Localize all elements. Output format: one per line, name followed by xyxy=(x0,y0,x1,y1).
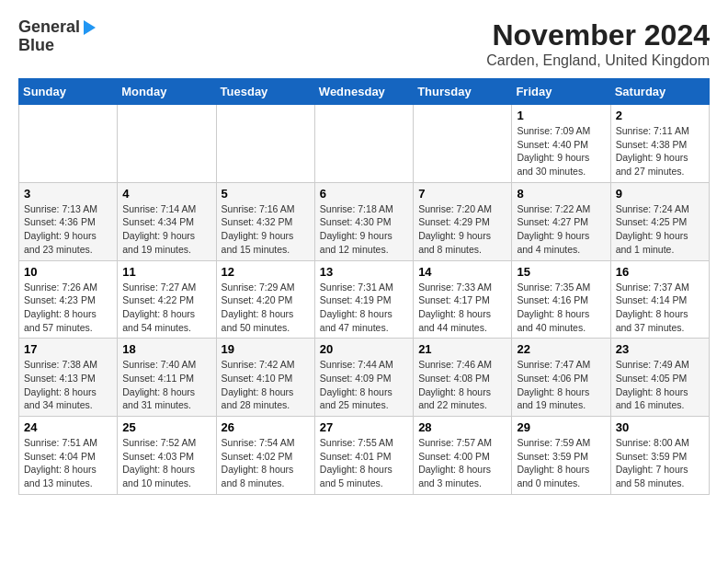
day-number: 20 xyxy=(320,342,408,356)
calendar-week-2: 3Sunrise: 7:13 AM Sunset: 4:36 PM Daylig… xyxy=(19,182,710,260)
calendar-cell: 28Sunrise: 7:57 AM Sunset: 4:00 PM Dayli… xyxy=(414,417,512,495)
weekday-header-wednesday: Wednesday xyxy=(314,79,413,105)
day-number: 21 xyxy=(418,342,506,356)
calendar-cell: 8Sunrise: 7:22 AM Sunset: 4:27 PM Daylig… xyxy=(512,182,610,260)
calendar-table: SundayMondayTuesdayWednesdayThursdayFrid… xyxy=(18,78,710,495)
day-number: 2 xyxy=(616,109,704,122)
day-info: Sunrise: 7:18 AM Sunset: 4:30 PM Dayligh… xyxy=(320,202,408,257)
calendar-cell xyxy=(118,105,216,183)
calendar-cell: 29Sunrise: 7:59 AM Sunset: 3:59 PM Dayli… xyxy=(512,417,610,495)
weekday-header-tuesday: Tuesday xyxy=(216,79,314,105)
day-number: 8 xyxy=(517,187,605,201)
calendar-cell: 12Sunrise: 7:29 AM Sunset: 4:20 PM Dayli… xyxy=(216,260,314,339)
day-info: Sunrise: 7:09 AM Sunset: 4:40 PM Dayligh… xyxy=(517,124,605,178)
calendar-cell: 30Sunrise: 8:00 AM Sunset: 3:59 PM Dayli… xyxy=(610,417,709,495)
day-number: 27 xyxy=(320,420,408,434)
day-number: 5 xyxy=(222,187,310,201)
calendar-cell: 7Sunrise: 7:20 AM Sunset: 4:29 PM Daylig… xyxy=(414,182,512,260)
calendar-cell: 20Sunrise: 7:44 AM Sunset: 4:09 PM Dayli… xyxy=(314,339,413,417)
calendar-cell: 19Sunrise: 7:42 AM Sunset: 4:10 PM Dayli… xyxy=(216,339,314,417)
calendar-cell: 2Sunrise: 7:11 AM Sunset: 4:38 PM Daylig… xyxy=(610,105,709,183)
day-info: Sunrise: 7:40 AM Sunset: 4:11 PM Dayligh… xyxy=(122,358,210,412)
day-number: 17 xyxy=(24,342,112,356)
day-info: Sunrise: 7:24 AM Sunset: 4:25 PM Dayligh… xyxy=(616,202,704,257)
calendar-cell: 6Sunrise: 7:18 AM Sunset: 4:30 PM Daylig… xyxy=(314,182,413,260)
day-number: 30 xyxy=(616,420,704,434)
day-number: 15 xyxy=(517,265,605,279)
day-number: 29 xyxy=(517,420,605,434)
weekday-header-friday: Friday xyxy=(512,79,610,105)
header: General Blue November 2024 Carden, Engla… xyxy=(18,18,710,69)
day-number: 14 xyxy=(418,265,506,279)
day-number: 4 xyxy=(122,187,210,201)
calendar-cell: 16Sunrise: 7:37 AM Sunset: 4:14 PM Dayli… xyxy=(610,260,709,339)
day-number: 12 xyxy=(222,265,310,279)
calendar-cell: 1Sunrise: 7:09 AM Sunset: 4:40 PM Daylig… xyxy=(512,105,610,183)
day-number: 10 xyxy=(24,265,112,279)
calendar-cell: 22Sunrise: 7:47 AM Sunset: 4:06 PM Dayli… xyxy=(512,339,610,417)
day-info: Sunrise: 7:29 AM Sunset: 4:20 PM Dayligh… xyxy=(222,281,310,335)
day-number: 3 xyxy=(24,187,112,201)
day-info: Sunrise: 7:27 AM Sunset: 4:22 PM Dayligh… xyxy=(122,281,210,335)
logo-arrow-icon xyxy=(84,20,96,35)
day-info: Sunrise: 7:57 AM Sunset: 4:00 PM Dayligh… xyxy=(418,436,506,490)
day-number: 24 xyxy=(24,420,112,434)
day-number: 13 xyxy=(320,265,408,279)
title-area: November 2024 Carden, England, United Ki… xyxy=(486,18,710,69)
day-info: Sunrise: 7:54 AM Sunset: 4:02 PM Dayligh… xyxy=(222,436,310,490)
logo-blue: Blue xyxy=(18,37,54,55)
calendar-cell: 15Sunrise: 7:35 AM Sunset: 4:16 PM Dayli… xyxy=(512,260,610,339)
calendar-cell xyxy=(216,105,314,183)
calendar-cell: 17Sunrise: 7:38 AM Sunset: 4:13 PM Dayli… xyxy=(19,339,118,417)
calendar-cell xyxy=(314,105,413,183)
calendar-cell: 3Sunrise: 7:13 AM Sunset: 4:36 PM Daylig… xyxy=(19,182,118,260)
day-number: 1 xyxy=(517,109,605,122)
logo-general: General xyxy=(18,18,80,37)
calendar-cell: 23Sunrise: 7:49 AM Sunset: 4:05 PM Dayli… xyxy=(610,339,709,417)
weekday-header-saturday: Saturday xyxy=(610,79,709,105)
calendar-cell xyxy=(19,105,118,183)
weekday-header-thursday: Thursday xyxy=(414,79,512,105)
day-number: 11 xyxy=(122,265,210,279)
day-info: Sunrise: 7:37 AM Sunset: 4:14 PM Dayligh… xyxy=(616,281,704,335)
calendar-week-3: 10Sunrise: 7:26 AM Sunset: 4:23 PM Dayli… xyxy=(19,260,710,339)
day-info: Sunrise: 7:55 AM Sunset: 4:01 PM Dayligh… xyxy=(320,436,408,490)
weekday-header-monday: Monday xyxy=(118,79,216,105)
day-info: Sunrise: 7:22 AM Sunset: 4:27 PM Dayligh… xyxy=(517,202,605,257)
page-title: November 2024 xyxy=(486,18,710,52)
calendar-header-row: SundayMondayTuesdayWednesdayThursdayFrid… xyxy=(19,79,710,105)
day-info: Sunrise: 7:33 AM Sunset: 4:17 PM Dayligh… xyxy=(418,281,506,335)
day-number: 22 xyxy=(517,342,605,356)
day-info: Sunrise: 8:00 AM Sunset: 3:59 PM Dayligh… xyxy=(616,436,704,490)
calendar-cell: 10Sunrise: 7:26 AM Sunset: 4:23 PM Dayli… xyxy=(19,260,118,339)
day-info: Sunrise: 7:52 AM Sunset: 4:03 PM Dayligh… xyxy=(122,436,210,490)
calendar-week-4: 17Sunrise: 7:38 AM Sunset: 4:13 PM Dayli… xyxy=(19,339,710,417)
calendar-cell: 25Sunrise: 7:52 AM Sunset: 4:03 PM Dayli… xyxy=(118,417,216,495)
day-number: 19 xyxy=(222,342,310,356)
day-info: Sunrise: 7:31 AM Sunset: 4:19 PM Dayligh… xyxy=(320,281,408,335)
calendar-cell xyxy=(414,105,512,183)
calendar-cell: 11Sunrise: 7:27 AM Sunset: 4:22 PM Dayli… xyxy=(118,260,216,339)
page-subtitle: Carden, England, United Kingdom xyxy=(486,52,710,69)
day-number: 25 xyxy=(122,420,210,434)
day-info: Sunrise: 7:46 AM Sunset: 4:08 PM Dayligh… xyxy=(418,358,506,412)
day-info: Sunrise: 7:11 AM Sunset: 4:38 PM Dayligh… xyxy=(616,124,704,178)
day-info: Sunrise: 7:51 AM Sunset: 4:04 PM Dayligh… xyxy=(24,436,112,490)
day-info: Sunrise: 7:20 AM Sunset: 4:29 PM Dayligh… xyxy=(418,202,506,257)
weekday-header-sunday: Sunday xyxy=(19,79,118,105)
calendar-cell: 24Sunrise: 7:51 AM Sunset: 4:04 PM Dayli… xyxy=(19,417,118,495)
calendar-cell: 27Sunrise: 7:55 AM Sunset: 4:01 PM Dayli… xyxy=(314,417,413,495)
calendar-week-5: 24Sunrise: 7:51 AM Sunset: 4:04 PM Dayli… xyxy=(19,417,710,495)
calendar-cell: 5Sunrise: 7:16 AM Sunset: 4:32 PM Daylig… xyxy=(216,182,314,260)
day-number: 9 xyxy=(616,187,704,201)
day-info: Sunrise: 7:16 AM Sunset: 4:32 PM Dayligh… xyxy=(222,202,310,257)
calendar-cell: 14Sunrise: 7:33 AM Sunset: 4:17 PM Dayli… xyxy=(414,260,512,339)
calendar-cell: 4Sunrise: 7:14 AM Sunset: 4:34 PM Daylig… xyxy=(118,182,216,260)
day-number: 6 xyxy=(320,187,408,201)
day-info: Sunrise: 7:13 AM Sunset: 4:36 PM Dayligh… xyxy=(24,202,112,257)
day-info: Sunrise: 7:59 AM Sunset: 3:59 PM Dayligh… xyxy=(517,436,605,490)
day-number: 26 xyxy=(222,420,310,434)
day-info: Sunrise: 7:35 AM Sunset: 4:16 PM Dayligh… xyxy=(517,281,605,335)
day-info: Sunrise: 7:42 AM Sunset: 4:10 PM Dayligh… xyxy=(222,358,310,412)
day-info: Sunrise: 7:49 AM Sunset: 4:05 PM Dayligh… xyxy=(616,358,704,412)
